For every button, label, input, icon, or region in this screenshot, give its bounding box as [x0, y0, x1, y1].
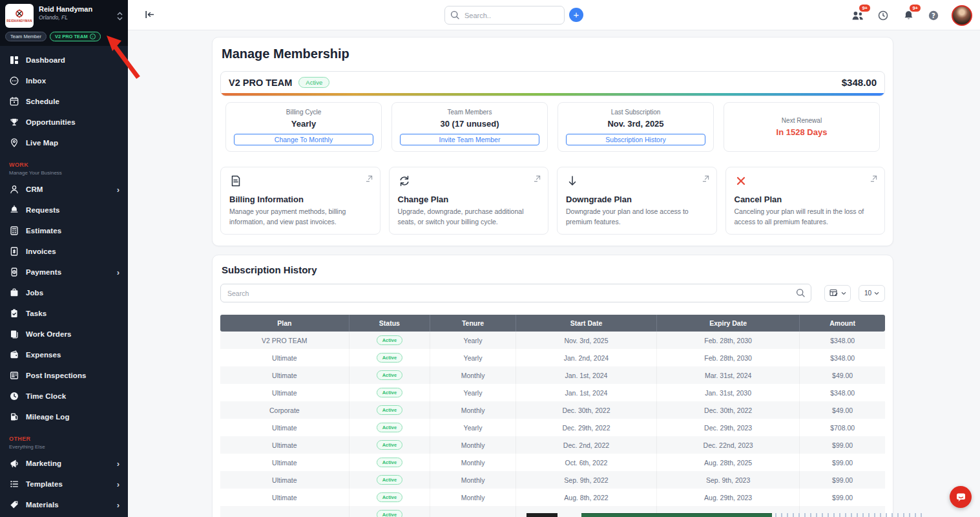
column-settings-button[interactable]	[824, 285, 851, 302]
chevron-right-icon: ›	[117, 268, 120, 277]
table-row: UltimateActiveYearlyJan. 2nd, 2024Feb. 2…	[220, 349, 885, 366]
sidebar-item-dashboard[interactable]: Dashboard	[0, 50, 128, 70]
cancel-plan-card[interactable]: Cancel PlanCanceling your plan will resu…	[725, 167, 886, 235]
mileagelog-icon	[9, 412, 19, 422]
table-cell: Dec. 29th, 2022	[516, 419, 657, 436]
table-cell: Ultimate	[220, 489, 349, 506]
change-plan-card[interactable]: Change PlanUpgrade, downgrade, purchase …	[389, 167, 549, 235]
sidebar-item-live-map[interactable]: Live Map	[0, 132, 128, 153]
billing-information-card[interactable]: Billing InformationManage your payment m…	[220, 167, 381, 235]
external-link-icon[interactable]	[702, 173, 709, 185]
user-avatar[interactable]	[952, 5, 972, 26]
sidebar-item-mileage-log[interactable]: Mileage Log	[0, 406, 128, 427]
profile-card[interactable]: REIDHANDYMAN Reid Handyman Orlando, FL T…	[0, 0, 128, 46]
table-cell: Sep. 9th, 2022	[516, 471, 657, 489]
table-row: UltimateActiveMonthlySep. 9th, 2022Sep. …	[220, 471, 885, 489]
table-cell: Nov. 3rd, 2025	[516, 332, 657, 349]
table-cell: Oct. 6th, 2022	[516, 454, 657, 471]
table-cell: Yearly	[430, 419, 516, 436]
subscription-history-button[interactable]: Subscription History	[566, 134, 705, 145]
sidebar-item-jobs[interactable]: Jobs	[0, 282, 128, 303]
schedule-icon	[9, 96, 19, 107]
history-search-input[interactable]	[220, 284, 811, 302]
table-row: Active	[220, 506, 885, 517]
sidebar-item-tasks[interactable]: Tasks	[0, 303, 128, 324]
status-cell: Active	[349, 349, 431, 366]
table-cell: Ultimate	[220, 454, 349, 471]
stat-card-next-renewal: Next RenewalIn 1528 Days	[724, 102, 880, 152]
sidebar-item-estimates[interactable]: Estimates	[0, 220, 128, 241]
sidebar-item-marketing[interactable]: Marketing›	[0, 453, 128, 474]
action-card-description: Manage your payment methods, billing inf…	[229, 207, 371, 227]
table-cell: Ultimate	[220, 419, 349, 436]
sidebar-item-invoices[interactable]: Invoices	[0, 241, 128, 262]
page-size-select[interactable]: 10	[859, 285, 885, 302]
table-cell: Ultimate	[220, 436, 349, 454]
stat-label: Last Subscription	[611, 109, 661, 116]
sidebar-item-requests[interactable]: Requests	[0, 200, 128, 220]
column-header-expiry-date: Expiry Date	[657, 315, 800, 332]
global-search-input[interactable]	[444, 6, 565, 25]
sidebar-section-title: WORK	[9, 162, 119, 168]
sidebar-item-materials[interactable]: Materials›	[0, 494, 128, 515]
logo-text: REIDHANDYMAN	[6, 19, 32, 23]
table-cell: $348.00	[800, 349, 885, 366]
sidebar-item-opportunities[interactable]: Opportunities	[0, 112, 128, 132]
chevron-right-icon: ›	[117, 185, 120, 195]
sidebar-item-payments[interactable]: Payments›	[0, 262, 128, 282]
status-cell: Active	[349, 419, 431, 436]
history-clock-icon[interactable]	[876, 8, 890, 23]
sidebar-section-subtitle: Everything Else	[9, 444, 119, 450]
cancel-icon	[735, 178, 747, 189]
document-icon	[229, 178, 242, 189]
sidebar-item-post-inspections[interactable]: Post Inspections	[0, 365, 128, 386]
help-icon[interactable]: ?	[926, 8, 941, 23]
table-row: UltimateActiveYearlyDec. 29th, 2022Dec. …	[220, 419, 885, 436]
sidebar-item-work-orders[interactable]: Work Orders	[0, 324, 128, 344]
change-to-monthly-button[interactable]: Change To Monthly	[234, 134, 373, 145]
table-cell: $99.00	[800, 436, 885, 454]
sidebar-item-time-clock[interactable]: Time Clock	[0, 386, 128, 406]
profile-expander-icon[interactable]	[117, 12, 123, 23]
sidebar-item-schedule[interactable]: Schedule	[0, 91, 128, 112]
table-cell: Dec. 29th, 2023	[657, 419, 800, 436]
external-link-icon[interactable]	[870, 173, 877, 185]
table-cell	[430, 506, 516, 517]
downgrade-plan-card[interactable]: Downgrade PlanDowngrade your plan and lo…	[557, 167, 717, 235]
notifications-bell-icon[interactable]: 9+	[901, 8, 915, 23]
table-cell: $49.00	[800, 366, 885, 384]
sidebar-item-label: Time Clock	[26, 392, 66, 400]
sidebar-item-expenses[interactable]: Expenses	[0, 344, 128, 365]
table-cell: Monthly	[430, 471, 516, 489]
table-cell: Ultimate	[220, 471, 349, 489]
plan-badge[interactable]: V2 PRO TEAM↑	[50, 32, 101, 41]
table-cell: $348.00	[800, 384, 885, 401]
chevron-down-icon	[841, 291, 846, 295]
sidebar-item-label: Marketing	[26, 459, 61, 467]
subscription-history-card: Subscription History 10 PlanStatusTenure…	[212, 255, 893, 517]
inbox-icon	[9, 76, 19, 86]
upgrade-arrow-icon: ↑	[90, 34, 96, 39]
table-cell	[800, 506, 885, 517]
sidebar-item-crm[interactable]: CRM›	[0, 179, 128, 200]
quick-add-button[interactable]: +	[569, 8, 583, 22]
sidebar-item-inbox[interactable]: Inbox	[0, 70, 128, 91]
table-cell: Aug. 29th, 2023	[657, 489, 800, 506]
table-cell: Aug. 28th, 2025	[657, 454, 800, 471]
sidebar-item-templates[interactable]: Templates›	[0, 474, 128, 494]
column-header-amount: Amount	[800, 315, 885, 332]
table-cell: $99.00	[800, 454, 885, 471]
chat-launcher-button[interactable]	[950, 486, 972, 508]
action-card-description: Canceling your plan will result in the l…	[735, 207, 877, 227]
plan-price: $348.00	[842, 77, 877, 88]
external-link-icon[interactable]	[366, 173, 373, 185]
sidebar-item-label: Dashboard	[26, 56, 65, 64]
chevron-right-icon: ›	[117, 500, 120, 510]
table-header-row: PlanStatusTenureStart DateExpiry DateAmo…	[220, 315, 885, 332]
table-cell: V2 PRO TEAM	[220, 332, 349, 349]
sidebar-collapse-icon[interactable]	[145, 10, 155, 22]
column-header-status: Status	[349, 315, 431, 332]
team-activity-icon[interactable]: 9+	[851, 8, 865, 23]
invite-team-member-button[interactable]: Invite Team Member	[400, 134, 539, 145]
external-link-icon[interactable]	[534, 173, 541, 185]
